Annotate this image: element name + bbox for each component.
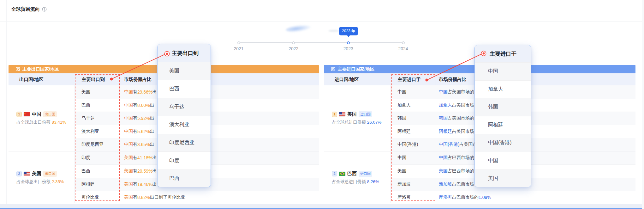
popup-item[interactable]: 巴西 xyxy=(158,80,211,98)
group-country-cell: 1 中国 出口国 占全球总出口份额 83.41% xyxy=(9,85,75,151)
slider-year-label: 2021 xyxy=(226,46,251,51)
slider-marker-2023[interactable] xyxy=(347,41,350,44)
share-text-part[interactable]: 韩国 xyxy=(439,115,448,121)
group-share-percent: 83.41% xyxy=(52,120,66,125)
table-title-icon xyxy=(15,67,20,71)
market-share-cell: 中国占美国市场的 xyxy=(436,85,635,99)
popup-item[interactable]: 印度 xyxy=(158,151,211,169)
partner-cell: 中国 xyxy=(391,85,436,99)
group-country-cell: 1 美国 进口国 占全球总进口份额 26.07% xyxy=(324,85,391,151)
table-title: 主要进口国家/地区 xyxy=(338,66,374,72)
popup-item[interactable]: 中国(香港) xyxy=(475,134,531,152)
popup-title: 主要进口于 xyxy=(475,45,531,62)
share-text-part: 19.46% xyxy=(137,182,152,187)
dropdown-column-header[interactable]: 主要出口到 xyxy=(75,73,121,85)
scrollbar-track[interactable] xyxy=(642,0,644,209)
share-text-part: 有 xyxy=(133,142,137,147)
popup-item[interactable]: 巴西 xyxy=(158,169,211,187)
popup-item[interactable]: 印度尼西亚 xyxy=(158,134,211,152)
popup-item[interactable]: 乌干达 xyxy=(158,98,211,116)
share-text-part: 1.09% xyxy=(479,195,491,200)
year-slider-track[interactable] xyxy=(238,42,404,43)
role-badge: 出口国 xyxy=(43,171,57,177)
popup-item[interactable]: 加拿大 xyxy=(475,80,531,98)
share-text-part[interactable]: 中国(香港) xyxy=(439,142,459,147)
share-text-part: 出口到了哥伦比亚 xyxy=(150,194,185,200)
slider-year-label: 2023 xyxy=(336,46,361,51)
partner-cell: 韩国 xyxy=(391,112,436,125)
share-text-part: 有 xyxy=(133,129,137,134)
share-text-part: 占巴西市场的 xyxy=(448,155,474,161)
popup-item[interactable]: 韩国 xyxy=(475,98,531,116)
year-tooltip-label: 2023 年 xyxy=(342,28,355,34)
info-icon[interactable] xyxy=(42,7,47,12)
share-text-part[interactable]: 新加坡 xyxy=(439,181,452,187)
share-text-part: 中国 xyxy=(124,102,133,108)
popup-item[interactable]: 澳大利亚 xyxy=(158,116,211,134)
dropdown-popup: 主要出口到美国巴西乌干达澳大利亚印度尼西亚印度巴西 xyxy=(157,44,211,187)
market-share-cell: 摩洛哥占巴西市场的 1.09% xyxy=(436,191,635,203)
partner-cell: 乌干达 xyxy=(75,112,121,125)
share-text-part: 有 xyxy=(133,89,137,95)
partner-cell: 阿根廷 xyxy=(391,125,436,138)
tooltip-arrow-icon xyxy=(347,35,350,37)
popup-item[interactable]: 阿根廷 xyxy=(475,116,531,134)
popup-item[interactable]: 中国 xyxy=(475,152,531,170)
role-badge: 进口国 xyxy=(359,111,372,117)
market-share-cell: 中国有 8.60% 出 xyxy=(121,99,319,112)
market-share-cell: 中国有 29.66% 出 xyxy=(121,85,319,99)
dropdown-column-header[interactable]: 主要进口于 xyxy=(391,73,436,85)
column-header: 市场份额占比 xyxy=(436,73,635,85)
market-share-cell: 中国占巴西市场的 xyxy=(436,151,635,165)
share-text-part[interactable]: 加拿大 xyxy=(439,102,452,108)
share-text-part: 出 xyxy=(150,142,154,147)
slider-marker-2024[interactable] xyxy=(402,41,405,44)
partner-cell: 美国 xyxy=(391,165,436,178)
market-share-cell: 中国有 3.65% 出 xyxy=(121,138,319,151)
market-share-cell: 中国有 5.92% 出 xyxy=(121,112,319,125)
share-text-part: 出 xyxy=(152,168,157,174)
group-country-cell: 2 巴西 进口国 占全球总进口份额 8.26% xyxy=(324,151,391,204)
share-text-part: 占巴西市场的 xyxy=(452,194,479,200)
popup-item[interactable]: 中国 xyxy=(475,62,531,80)
market-share-cell: 阿根廷占美国市场 xyxy=(436,125,635,138)
share-text-part: 占美国市场的 xyxy=(448,89,474,95)
partner-cell: 新加坡 xyxy=(391,178,436,191)
share-text-part[interactable]: 中国 xyxy=(439,89,448,95)
header-divider xyxy=(0,21,644,22)
partner-cell: 哥伦比亚 xyxy=(75,191,121,203)
popup-item[interactable]: 美国 xyxy=(158,62,211,80)
country-name: 中国 xyxy=(32,111,41,117)
share-text-part: 有 xyxy=(133,102,137,108)
table-row: 哥伦比亚 美国有 8.82% 出口到了哥伦比亚 xyxy=(75,191,319,203)
country-name: 美国 xyxy=(347,111,357,117)
group-share-percent: 8.26% xyxy=(367,179,379,184)
popup-item[interactable]: 美国 xyxy=(475,169,531,187)
page-title: 全球贸易流向 xyxy=(11,6,40,12)
share-text-part: 出 xyxy=(150,115,154,121)
share-text-part: 3.65% xyxy=(137,142,150,147)
market-share-cell: 中国(香港)占美国市 xyxy=(436,138,635,151)
group-share-caption: 占全球总出口份额 83.41% xyxy=(16,120,75,125)
country-name: 美国 xyxy=(32,171,41,177)
slider-marker-2022[interactable] xyxy=(292,41,295,44)
share-text-part: 中国 xyxy=(124,129,133,134)
market-share-cell: 韩国占美国市场的 xyxy=(436,112,635,125)
share-text-part[interactable]: 阿根廷 xyxy=(439,129,452,134)
share-text-part: 出 xyxy=(150,129,154,134)
share-text-part: 美国 xyxy=(124,155,133,161)
partner-cell: 加拿大 xyxy=(391,99,436,112)
share-text-part[interactable]: 美国 xyxy=(439,168,448,174)
map-artifact xyxy=(285,24,311,33)
share-text-part: 中国 xyxy=(124,142,133,147)
share-text-part[interactable]: 中国 xyxy=(439,155,448,161)
share-text-part[interactable]: 摩洛哥 xyxy=(439,194,452,200)
group-share-caption: 占全球总进口份额 8.26% xyxy=(332,179,391,185)
share-text-part: 美国 xyxy=(124,168,133,174)
share-text-part: 有 xyxy=(133,115,137,121)
market-share-cell: 美国有 41.18% 出 xyxy=(121,151,319,165)
share-text-part: 29.66% xyxy=(137,89,152,95)
share-text-part: 占美国市场的 xyxy=(448,115,474,121)
slider-marker-2021[interactable] xyxy=(237,41,240,44)
market-share-cell: 美国有 20.59% 出 xyxy=(121,165,319,178)
